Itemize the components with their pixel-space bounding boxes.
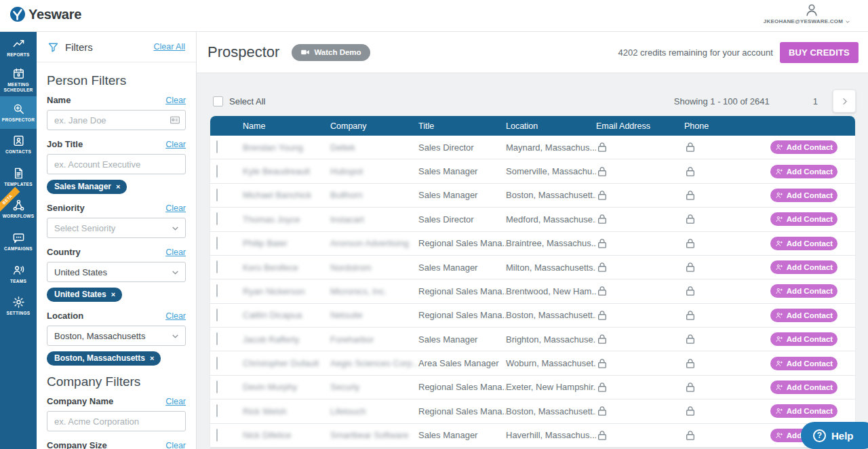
account-email[interactable]: JKEOHANE@YESWARE.COM [764,18,850,24]
column-header-name: Name [243,121,330,131]
row-checkbox[interactable] [216,357,218,370]
column-header-title: Title [418,121,506,131]
main-content: Prospector Watch Demo 4202 credits remai… [197,32,868,449]
workflows-icon [12,199,25,212]
add-contact-button[interactable]: Add Contact [770,260,837,274]
sidebar-item-settings[interactable]: SETTINGS [0,290,37,323]
location-select[interactable]: Boston, Massachusetts [47,326,186,346]
remove-tag-icon[interactable]: × [150,355,154,362]
table-row: Jacob Rafferty Foreharbor Sales Manager … [210,328,855,351]
country-select[interactable]: United States [47,262,186,282]
next-page-button[interactable] [833,90,856,113]
contacts-icon [12,134,25,147]
company-name-filter-input[interactable] [47,411,186,431]
email-lock-icon [596,165,684,178]
company-size-clear-link[interactable]: Clear [165,441,186,449]
row-checkbox[interactable] [216,429,218,442]
calendar-icon [12,67,25,80]
country-filter-label: Country [47,247,81,257]
column-header-location: Location [506,121,596,131]
prospect-title: Sales Director [418,214,506,224]
job-title-clear-link[interactable]: Clear [165,140,186,149]
row-checkbox[interactable] [216,260,218,273]
row-checkbox[interactable] [216,309,218,321]
person-plus-icon [775,143,783,151]
add-contact-button[interactable]: Add Contact [770,140,837,154]
prospect-title: Sales Director [418,142,506,153]
name-filter-input[interactable] [47,110,186,130]
add-contact-button[interactable]: Add Contact [770,380,837,394]
name-filter-label: Name [47,95,71,105]
job-title-filter-input[interactable] [47,154,186,174]
sidebar-item-label: TEMPLATES [4,182,33,188]
sidebar-item-campaigns[interactable]: CAMPAIGNS [0,226,37,258]
row-checkbox[interactable] [216,332,218,345]
row-checkbox[interactable] [216,140,218,153]
add-contact-button[interactable]: Add Contact [770,165,837,178]
sidebar-item-templates[interactable]: TEMPLATES [0,161,37,193]
add-contact-button[interactable]: Add Contact [770,237,837,250]
email-lock-icon [596,333,684,345]
prospect-name: Devin Murphy [243,382,330,392]
add-contact-button[interactable]: Add Contact [770,404,837,418]
email-lock-icon [596,213,684,225]
row-checkbox[interactable] [216,165,218,178]
column-header-company: Company [330,121,418,131]
prospect-company: Nordstrom [330,262,418,273]
add-contact-button[interactable]: Add Contact [770,309,837,322]
sidebar-item-prospector[interactable]: PROSPECTOR [0,96,37,129]
add-contact-button[interactable]: Add Contact [770,212,837,226]
country-clear-link[interactable]: Clear [165,248,186,257]
contact-card-icon[interactable] [170,115,180,125]
help-button[interactable]: ? Help [801,422,868,449]
reports-icon [12,37,25,50]
logo-text: Yesware [28,7,81,22]
prospect-location: Somerville, Massachu... [506,166,596,176]
seniority-select[interactable]: Select Seniority [47,218,186,238]
chevron-down-icon [171,332,180,340]
row-checkbox[interactable] [216,212,218,225]
add-contact-button[interactable]: Add Contact [770,357,837,370]
sidebar-item-reports[interactable]: REPORTS [0,32,37,64]
sidebar-item-meeting-scheduler[interactable]: MEETING SCHEDULER [0,64,37,97]
company-name-clear-link[interactable]: Clear [165,397,186,406]
row-checkbox[interactable] [216,380,218,393]
select-all-label: Select All [229,96,265,106]
account-menu[interactable]: JKEOHANE@YESWARE.COM [764,3,850,24]
sidebar-item-teams[interactable]: TEAMS [0,258,37,290]
location-clear-link[interactable]: Clear [165,311,186,321]
sidebar-item-workflows[interactable]: BETAWORKFLOWS [0,193,37,226]
row-checkbox[interactable] [216,284,218,297]
table-row: Devin Murphy Securly Regional Sales Mana… [210,376,855,399]
row-checkbox[interactable] [216,404,218,417]
column-header-phone: Phone [684,121,768,131]
prospect-company: Smartbear Software [330,430,418,440]
page-number: 1 [813,96,818,106]
user-icon[interactable] [804,3,819,18]
prospect-title: Regional Sales Mana... [418,310,506,320]
email-lock-icon [596,309,684,321]
buy-credits-button[interactable]: BUY CREDITS [780,42,859,63]
seniority-clear-link[interactable]: Clear [165,203,186,213]
prospect-company: Hubspot [330,166,418,176]
name-clear-link[interactable]: Clear [165,96,186,105]
watch-demo-button[interactable]: Watch Demo [292,44,370,61]
add-contact-button[interactable]: Add Contact [770,284,837,298]
column-header-email-address: Email Address [596,121,684,131]
prospect-title: Regional Sales Mana... [418,238,506,248]
remove-tag-icon[interactable]: × [116,183,120,191]
prospect-name: Brendan Young [243,142,330,153]
select-all-checkbox[interactable] [213,96,223,106]
country-tag: United States × [47,288,122,302]
add-contact-button[interactable]: Add Contact [770,189,837,202]
row-checkbox[interactable] [216,189,218,201]
remove-tag-icon[interactable]: × [111,291,115,298]
prospect-title: Sales Manager [418,190,506,200]
person-plus-icon [775,359,783,368]
clear-all-link[interactable]: Clear All [153,42,185,52]
phone-lock-icon [684,237,768,250]
sidebar-item-contacts[interactable]: CONTACTS [0,129,37,161]
select-all-control[interactable]: Select All [213,96,265,106]
add-contact-button[interactable]: Add Contact [770,332,837,346]
row-checkbox[interactable] [216,237,218,250]
